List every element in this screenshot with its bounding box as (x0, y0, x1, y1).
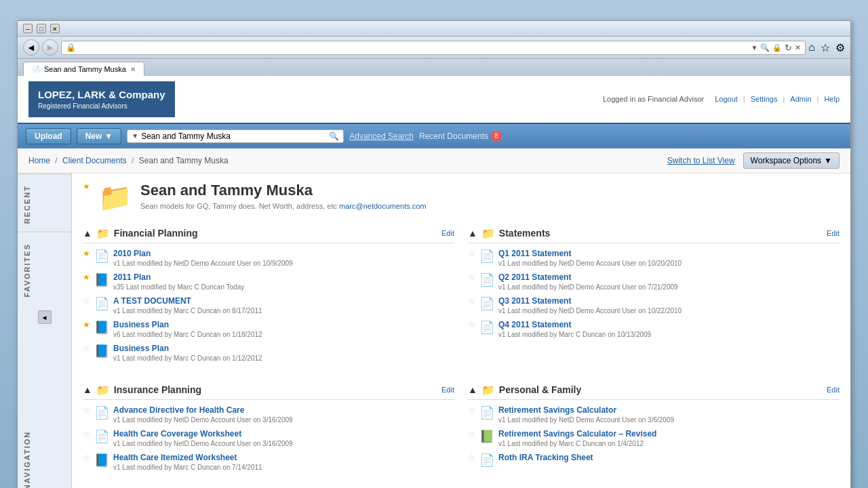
admin-link[interactable]: Admin (790, 95, 811, 103)
section-collapse-icon[interactable]: ▲ (83, 384, 92, 395)
doc-meta: v1 Last modified by Marc C Duncan on 1/4… (498, 440, 840, 447)
word-icon: 📘 (94, 344, 109, 359)
sidebar-favorites[interactable]: FAVORITES (18, 232, 71, 306)
sidebar-recent[interactable]: RECENT (18, 174, 71, 232)
settings-link[interactable]: Settings (751, 95, 778, 103)
section-collapse-icon[interactable]: ▲ (468, 384, 477, 395)
doc-title[interactable]: Retirement Savings Calculator (498, 405, 616, 415)
doc-star[interactable]: ☆ (468, 429, 475, 439)
doc-title[interactable]: 2010 Plan (113, 249, 151, 258)
financial-planning-edit[interactable]: Edit (441, 229, 454, 237)
doc-star[interactable]: ☆ (468, 296, 475, 306)
doc-title[interactable]: Q3 2011 Statement (498, 296, 571, 306)
upload-button[interactable]: Upload (26, 128, 71, 144)
forward-button[interactable]: ► (42, 39, 58, 56)
breadcrumb-client-docs[interactable]: Client Documents (62, 156, 127, 165)
minimize-button[interactable]: ─ (23, 24, 33, 33)
doc-title[interactable]: Q2 2011 Statement (498, 272, 571, 282)
doc-title[interactable]: Advance Directive for Health Care (113, 405, 244, 415)
doc-title[interactable]: Q4 2011 Statement (498, 320, 571, 329)
doc-title[interactable]: Roth IRA Tracking Sheet (498, 453, 593, 462)
close-icon[interactable]: ✕ (795, 43, 801, 52)
doc-title[interactable]: Business Plan (113, 320, 169, 329)
settings-icon[interactable]: ⚙ (835, 41, 845, 54)
statements-title: ▲ 📁 Statements (468, 227, 550, 240)
list-item: ☆ 📗 Retirement Savings Calculator – Revi… (468, 429, 840, 447)
section-collapse-icon[interactable]: ▲ (468, 228, 477, 239)
doc-star[interactable]: ☆ (83, 296, 90, 306)
logout-link[interactable]: Logout (715, 95, 738, 103)
address-input[interactable]: https://vault.netvoyage.... (79, 43, 748, 52)
list-item: ★ 📘 2011 Plan v35 Last modified by Marc … (83, 272, 454, 291)
client-folder-icon: 📁 (98, 182, 132, 214)
doc-star[interactable]: ☆ (468, 453, 475, 462)
favorites-icon[interactable]: ☆ (821, 41, 830, 54)
doc-title[interactable]: Business Plan (113, 344, 169, 353)
breadcrumb-sep-1: / (55, 156, 57, 165)
client-email[interactable]: marc@netdocuments.com (339, 202, 427, 210)
search-dropdown-icon[interactable]: ▼ (132, 132, 138, 140)
recent-documents-button[interactable]: Recent Documents 8 (419, 131, 502, 142)
doc-star[interactable]: ★ (83, 249, 90, 258)
list-item: ☆ 📄 Q3 2011 Statement v1 Last modified b… (468, 296, 840, 314)
list-item: ☆ 📘 Health Care Itemized Worksheet v1 La… (83, 453, 454, 471)
personal-family-section: ▲ 📁 Personal & Family Edit ☆ (468, 381, 840, 476)
switch-list-view-button[interactable]: Switch to List View (667, 156, 735, 165)
back-button[interactable]: ◄ (23, 39, 39, 56)
doc-title[interactable]: A TEST DOCUMENT (113, 296, 191, 306)
recent-docs-label: Recent Documents (419, 131, 488, 141)
doc-star[interactable]: ☆ (468, 272, 475, 282)
doc-star[interactable]: ☆ (468, 320, 475, 329)
doc-star[interactable]: ☆ (83, 405, 90, 415)
home-icon[interactable]: ⌂ (808, 41, 815, 54)
address-bar[interactable]: 🔒 https://vault.netvoyage.... ▼ 🔍 🔒 ↻ ✕ (61, 41, 806, 55)
list-item: ☆ 📄 Retirement Savings Calculator v1 Las… (468, 405, 840, 424)
statements-edit[interactable]: Edit (827, 229, 840, 237)
doc-star[interactable]: ☆ (468, 405, 475, 415)
search-submit-icon[interactable]: 🔍 (329, 131, 339, 141)
sidebar-navigation[interactable]: NAVIGATION (18, 329, 71, 488)
doc-title[interactable]: Health Care Coverage Worksheet (113, 429, 241, 439)
doc-star[interactable]: ☆ (83, 429, 90, 439)
advanced-search-link[interactable]: Advanced Search (349, 131, 414, 141)
doc-star[interactable]: ★ (83, 320, 90, 329)
client-star[interactable]: ★ (83, 182, 90, 191)
main-content: RECENT FAVORITES ◄ NAVIGATION ★ 📁 Sean a… (18, 174, 850, 489)
help-link[interactable]: Help (824, 95, 840, 103)
doc-meta: v1 Last modified by NetD Demo Account Us… (498, 283, 840, 291)
doc-star[interactable]: ☆ (468, 249, 475, 258)
word-icon: 📘 (94, 453, 109, 468)
doc-star[interactable]: ☆ (83, 344, 90, 353)
refresh-icon[interactable]: ↻ (785, 43, 792, 53)
doc-meta: v1 Last modified by Marc C Duncan on 8/1… (113, 307, 454, 314)
search-input[interactable] (138, 131, 329, 141)
active-tab[interactable]: 📄 Sean and Tammy Muska ✕ (23, 62, 144, 76)
lock-icon: 🔒 (772, 43, 782, 52)
insurance-planning-title: ▲ 📁 Insurance Planning (83, 384, 201, 396)
pdf-icon: 📄 (94, 296, 109, 311)
pdf-icon: 📄 (479, 405, 494, 420)
personal-family-edit[interactable]: Edit (827, 386, 840, 394)
insurance-planning-edit[interactable]: Edit (441, 386, 454, 394)
doc-meta: v1 Last modified by Marc C Duncan on 10/… (498, 331, 840, 338)
maximize-button[interactable]: □ (37, 24, 46, 33)
doc-star[interactable]: ☆ (83, 453, 90, 462)
close-button[interactable]: ✕ (50, 24, 60, 33)
list-item: ☆ 📄 Advance Directive for Health Care v1… (83, 405, 454, 424)
doc-title[interactable]: Q1 2011 Statement (498, 249, 571, 258)
doc-star[interactable]: ★ (83, 272, 90, 282)
sidebar-toggle-button[interactable]: ◄ (38, 310, 52, 324)
pdf-icon: 📄 (479, 249, 494, 264)
search-icon: 🔍 (760, 43, 770, 52)
pdf-icon: 📄 (479, 320, 494, 335)
doc-title[interactable]: Health Care Itemized Worksheet (113, 453, 237, 462)
doc-title[interactable]: Retirement Savings Calculator – Revised (498, 429, 656, 439)
breadcrumb-home[interactable]: Home (28, 156, 50, 165)
tab-close-button[interactable]: ✕ (130, 66, 136, 73)
section-folder-icon: 📁 (481, 384, 495, 396)
workspace-options-button[interactable]: Workspace Options ▼ (743, 152, 840, 169)
dropdown-arrow-icon[interactable]: ▼ (751, 44, 757, 52)
section-collapse-icon[interactable]: ▲ (83, 228, 92, 239)
new-button[interactable]: New ▼ (77, 128, 122, 144)
doc-title[interactable]: 2011 Plan (113, 272, 151, 282)
